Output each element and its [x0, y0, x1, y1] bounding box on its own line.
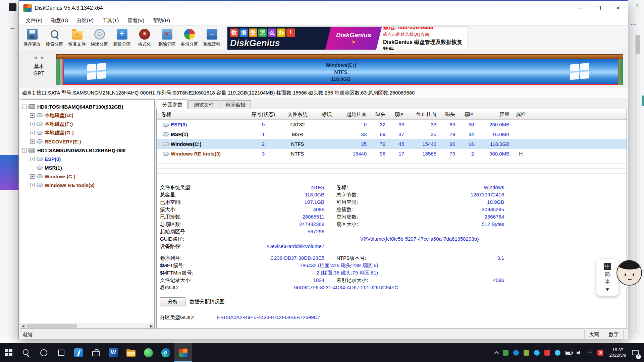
table-row-esp[interactable]: ESP(0) 0 FAT32 0 32 33 33 69 36 260.0MB	[157, 120, 627, 129]
tree-item-local-disk-f[interactable]: + 本地磁盘(F:)	[22, 120, 154, 128]
delete-partition-button[interactable]: 删除分区	[156, 26, 178, 50]
ime-language-indicator[interactable]: 中	[585, 343, 595, 362]
table-row-msr[interactable]: MSR(1) 1 MSR 33 69 37 35 79 44 16.0MB	[157, 129, 627, 139]
quick-partition-button[interactable]: 快速分区	[88, 26, 111, 50]
diskgenius-taskbar-button[interactable]	[174, 343, 192, 362]
expand-icon[interactable]: +	[30, 139, 35, 144]
partition-block-windows-c[interactable]: Windows(C:) NTFS 118.0GB	[63, 59, 619, 85]
partition-block-re-tools[interactable]	[619, 59, 623, 85]
tab-browse-files[interactable]: 浏览文件	[189, 100, 219, 109]
column-header[interactable]: 属性	[512, 111, 530, 118]
tray-expand-button[interactable]	[493, 343, 500, 362]
action-center-button[interactable]: 2	[630, 343, 641, 362]
show-desktop-button[interactable]	[641, 343, 644, 362]
table-row-windows-re-tools[interactable]: Windows RE tools(3) 3 NTFS 15440 96 17 1…	[157, 149, 627, 159]
partition-block-esp[interactable]	[57, 59, 60, 85]
column-header[interactable]: 序号(状态)	[248, 111, 279, 118]
analyze-button[interactable]: 分析	[160, 297, 185, 306]
menu-view[interactable]: 查看(V)	[123, 15, 149, 25]
expand-icon[interactable]: +	[30, 157, 35, 161]
column-header[interactable]: 起始柱面	[337, 111, 369, 118]
recover-files-button[interactable]: 恢复文件	[66, 26, 88, 50]
tray-app-blue-circle[interactable]	[511, 343, 521, 362]
edge-button[interactable]: e	[157, 343, 174, 362]
tree-item-esp[interactable]: + ESP(0)	[22, 155, 154, 163]
ime-halfwidth-mode[interactable]: 半	[605, 279, 610, 286]
expand-icon[interactable]: +	[30, 122, 35, 126]
scrollbar-thumb[interactable]	[636, 35, 640, 54]
expand-icon[interactable]: +	[30, 113, 35, 118]
ime-mascot-avatar[interactable]	[616, 260, 642, 286]
tab-partition-parameters[interactable]: 分区参数	[157, 99, 188, 109]
heart-icon[interactable]: ♥	[606, 286, 609, 292]
menu-help[interactable]: 帮助(H)	[149, 15, 174, 25]
background-close-icon[interactable]: ✕	[635, 3, 639, 8]
taskbar-search-button[interactable]	[17, 343, 35, 362]
menu-file[interactable]: 文件(F)	[21, 15, 47, 25]
column-header[interactable]: 终止柱面	[407, 111, 439, 118]
tree-item-recovery-e[interactable]: + RECOVERY(E:)	[22, 137, 154, 146]
column-header[interactable]: 文件系统	[279, 111, 316, 118]
ime-chinese-mode[interactable]: 中	[604, 263, 611, 270]
volume-indicator[interactable]	[574, 343, 585, 362]
ad-banner[interactable]: 数 据 丢 怎 么 办 ! DiskGenius DiskGenius ➤ 致电…	[227, 26, 468, 50]
cortana-button[interactable]	[35, 343, 52, 362]
column-header[interactable]: 磁头	[439, 111, 458, 118]
tree-item-local-disk-d[interactable]: + 本地磁盘(D:)	[22, 111, 154, 120]
prev-disk-arrow-icon[interactable]: ◀	[34, 55, 37, 60]
browser-button[interactable]	[140, 343, 157, 362]
more-options-icon[interactable]: ⋯	[630, 21, 636, 28]
expand-icon[interactable]: +	[30, 174, 35, 179]
back-arrow-icon[interactable]: ←	[9, 23, 16, 32]
save-changes-button[interactable]: 保存更改	[21, 26, 43, 50]
ad-qq-link[interactable]: 或点击此处选择QQ咨询	[383, 32, 468, 38]
tray-app-red[interactable]	[542, 343, 552, 362]
collapse-icon[interactable]: -	[22, 148, 26, 153]
column-header[interactable]: 磁头	[369, 111, 388, 118]
ime-simplified-mode[interactable]: 简	[605, 271, 610, 278]
backup-partition-button[interactable]: 备份分区	[178, 26, 201, 50]
tree-item-windows-re-tools[interactable]: + Windows RE tools(3)	[22, 181, 154, 189]
tray-app-green[interactable]	[500, 343, 511, 362]
word-button[interactable]: W	[105, 343, 122, 362]
battery-indicator[interactable]	[563, 343, 574, 362]
start-button[interactable]	[0, 343, 17, 362]
scroll-left-arrow-icon[interactable]: ◀	[20, 323, 26, 328]
column-header[interactable]: 扇区	[458, 111, 477, 118]
task-view-button[interactable]	[52, 343, 70, 362]
tray-app-skyblue[interactable]	[552, 343, 563, 362]
system-migration-button[interactable]: 系统迁移	[201, 26, 223, 50]
column-header[interactable]: 扇区	[388, 111, 407, 118]
scroll-right-arrow-icon[interactable]: ▶	[149, 323, 154, 328]
next-disk-arrow-icon[interactable]: ▶	[41, 55, 44, 60]
tree-item-windows-c[interactable]: + Windows(C:)	[22, 172, 154, 181]
scrollbar-thumb[interactable]	[26, 324, 77, 328]
new-partition-button[interactable]: 新建分区	[111, 26, 133, 50]
tree-disk-hd0[interactable]: - HD0:TOSHIBAMQ04ABF100(932GB)	[22, 102, 154, 111]
tree-item-local-disk-g[interactable]: + 本地磁盘(G:)	[22, 128, 154, 137]
ime-floating-widget[interactable]: 中 简 半 ♥	[596, 259, 619, 296]
store-button[interactable]	[87, 343, 105, 362]
tray-app-lightblue[interactable]	[532, 343, 542, 362]
minimize-button[interactable]	[570, 1, 589, 15]
tray-app-green-square[interactable]	[521, 343, 532, 362]
file-explorer-button[interactable]	[122, 343, 140, 362]
expand-icon[interactable]: +	[30, 131, 35, 135]
background-vertical-scrollbar[interactable]	[635, 35, 640, 333]
column-header[interactable]: 卷标	[157, 111, 248, 118]
clock[interactable]: 18:37 2022/5/9	[606, 343, 630, 362]
tab-sector-editor[interactable]: 扇区编辑	[220, 100, 251, 109]
maximize-button[interactable]	[589, 1, 608, 15]
menu-tools[interactable]: 工具(T)	[98, 15, 123, 25]
search-partition-button[interactable]: 搜索分区	[43, 26, 66, 50]
column-header[interactable]: 标识	[316, 111, 337, 118]
partition-block-msr[interactable]	[60, 59, 63, 85]
tree-disk-hd1[interactable]: - HD1:SAMSUNGMZNLN128HAHQ-000	[22, 146, 154, 155]
table-row-windows-c[interactable]: Windows(C:) 2 NTFS 35 79 45 15440 96 16 …	[157, 139, 627, 149]
close-button[interactable]: ✕	[608, 1, 628, 15]
pinned-app-button[interactable]	[70, 343, 87, 362]
sogou-tray-button[interactable]: S	[595, 343, 606, 362]
scrollbar-track[interactable]	[26, 323, 149, 328]
tree-item-msr[interactable]: MSR(1)	[22, 163, 154, 172]
column-header[interactable]: 容量	[477, 111, 512, 118]
